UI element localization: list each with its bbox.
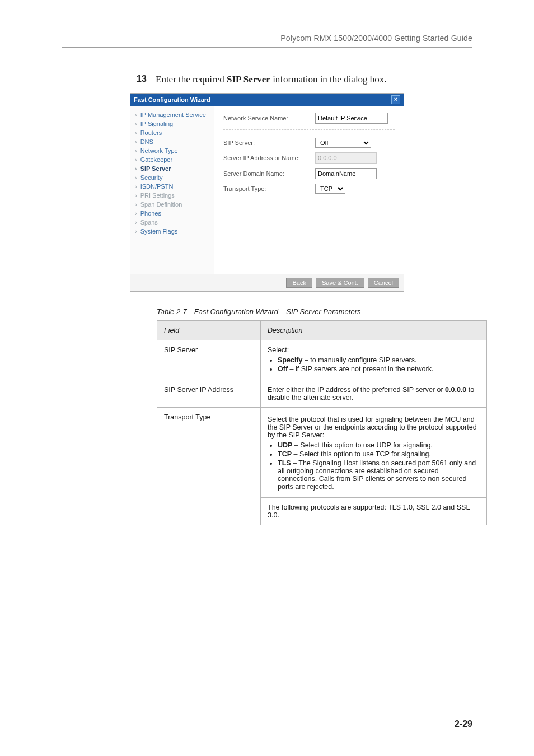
select-transport-type[interactable]: TCP xyxy=(315,184,345,194)
table-header-field: Field xyxy=(157,321,261,340)
cancel-button[interactable]: Cancel xyxy=(368,278,399,288)
cell-desc: The following protocols are supported: T… xyxy=(261,498,487,525)
page-number: 2-29 xyxy=(455,719,472,729)
select-sip-server[interactable]: Off xyxy=(315,138,371,148)
chevron-right-icon: › xyxy=(135,228,137,235)
cell-desc: Select: Specify – to manually configure … xyxy=(261,340,487,380)
chevron-right-icon: › xyxy=(135,129,137,136)
input-network-service-name[interactable] xyxy=(315,113,388,124)
sidebar-item[interactable]: ›Span Definition xyxy=(130,200,214,209)
wizard-title: Fast Configuration Wizard xyxy=(134,96,210,103)
sidebar-item[interactable]: ›Spans xyxy=(130,218,214,227)
sidebar-item-label: SIP Server xyxy=(140,165,171,172)
cell-field: SIP Server IP Address xyxy=(157,380,261,408)
sidebar-item[interactable]: ›ISDN/PSTN xyxy=(130,182,214,191)
fast-config-wizard: Fast Configuration Wizard × ›IP Manageme… xyxy=(130,93,404,292)
sidebar-item[interactable]: ›Network Type xyxy=(130,146,214,155)
sidebar-item-label: IP Signaling xyxy=(140,120,174,127)
sidebar-item[interactable]: ›Security xyxy=(130,173,214,182)
label-transport-type: Transport Type: xyxy=(223,185,307,192)
sidebar-item[interactable]: ›Gatekeeper xyxy=(130,155,214,164)
wizard-sidebar: ›IP Management Service›IP Signaling›Rout… xyxy=(130,106,214,274)
sip-params-table: Field Description SIP Server Select: Spe… xyxy=(157,320,487,525)
step-number: 13 xyxy=(137,74,150,84)
input-server-ip-or-name xyxy=(315,152,377,164)
sidebar-item[interactable]: ›DNS xyxy=(130,137,214,146)
chevron-right-icon: › xyxy=(135,192,137,199)
step-13: 13 Enter the required SIP Server informa… xyxy=(137,74,472,85)
chevron-right-icon: › xyxy=(135,165,137,172)
cell-field: Transport Type xyxy=(157,408,261,525)
sidebar-item-label: Phones xyxy=(140,210,161,217)
header-rule xyxy=(62,47,472,48)
table-header-description: Description xyxy=(261,321,487,340)
label-server-ip-or-name: Server IP Address or Name: xyxy=(223,155,307,161)
step-text: Enter the required SIP Server informatio… xyxy=(156,74,387,85)
cell-field: SIP Server xyxy=(157,340,261,380)
chevron-right-icon: › xyxy=(135,138,137,145)
chevron-right-icon: › xyxy=(135,219,137,226)
sidebar-item[interactable]: ›PRI Settings xyxy=(130,191,214,200)
close-icon[interactable]: × xyxy=(391,95,400,104)
wizard-button-bar: Back Save & Cont. Cancel xyxy=(130,274,404,291)
sidebar-item[interactable]: ›IP Signaling xyxy=(130,119,214,128)
running-header: Polycom RMX 1500/2000/4000 Getting Start… xyxy=(62,34,472,43)
table-row: Transport Type Select the protocol that … xyxy=(157,408,487,498)
label-network-service-name: Network Service Name: xyxy=(223,115,307,122)
cell-desc: Select the protocol that is used for sig… xyxy=(261,408,487,498)
back-button[interactable]: Back xyxy=(286,278,312,288)
sidebar-item[interactable]: ›System Flags xyxy=(130,227,214,236)
chevron-right-icon: › xyxy=(135,183,137,190)
chevron-right-icon: › xyxy=(135,174,137,181)
sidebar-item-label: Spans xyxy=(140,219,158,226)
sidebar-item-label: ISDN/PSTN xyxy=(140,183,174,190)
wizard-main: Network Service Name: SIP Server: Off Se… xyxy=(214,106,404,274)
sidebar-item-label: PRI Settings xyxy=(140,192,175,199)
wizard-titlebar: Fast Configuration Wizard × xyxy=(130,94,404,106)
table-row: SIP Server Select: Specify – to manually… xyxy=(157,340,487,380)
save-continue-button[interactable]: Save & Cont. xyxy=(316,278,364,288)
chevron-right-icon: › xyxy=(135,147,137,154)
chevron-right-icon: › xyxy=(135,120,137,127)
table-caption: Table 2-7 Fast Configuration Wizard – SI… xyxy=(157,307,472,316)
sidebar-item[interactable]: ›IP Management Service xyxy=(130,110,214,119)
sidebar-item-label: Network Type xyxy=(140,147,178,154)
chevron-right-icon: › xyxy=(135,201,137,208)
sidebar-item-label: Security xyxy=(140,174,163,181)
sidebar-item-label: Gatekeeper xyxy=(140,156,172,163)
sidebar-item-label: DNS xyxy=(140,138,153,145)
table-row: SIP Server IP Address Enter either the I… xyxy=(157,380,487,408)
sidebar-item-label: System Flags xyxy=(140,228,178,235)
sidebar-item-label: IP Management Service xyxy=(140,111,206,118)
input-server-domain-name[interactable] xyxy=(315,168,377,179)
sidebar-item[interactable]: ›Phones xyxy=(130,209,214,218)
label-sip-server: SIP Server: xyxy=(223,139,307,146)
chevron-right-icon: › xyxy=(135,111,137,118)
sidebar-item-label: Routers xyxy=(140,129,162,136)
chevron-right-icon: › xyxy=(135,210,137,217)
sidebar-item[interactable]: ›Routers xyxy=(130,128,214,137)
cell-desc: Enter either the IP address of the prefe… xyxy=(261,380,487,408)
chevron-right-icon: › xyxy=(135,156,137,163)
sidebar-item-label: Span Definition xyxy=(140,201,182,208)
sidebar-item[interactable]: ›SIP Server xyxy=(130,164,214,173)
label-server-domain-name: Server Domain Name: xyxy=(223,170,307,177)
